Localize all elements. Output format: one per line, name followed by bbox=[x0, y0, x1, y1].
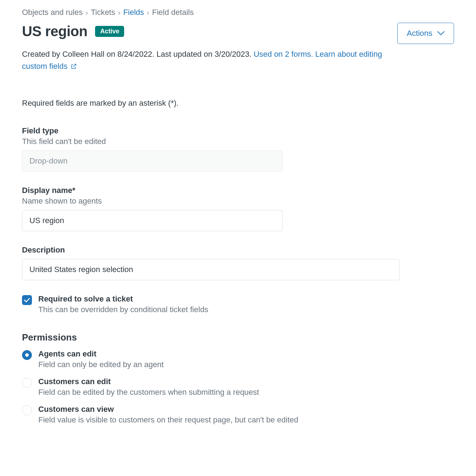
meta-created: Created by Colleen Hall on 8/24/2022. La… bbox=[22, 50, 254, 59]
permission-radio-customers-view[interactable] bbox=[22, 405, 32, 415]
chevron-right-icon: › bbox=[118, 9, 121, 17]
external-link-icon bbox=[71, 61, 77, 73]
permission-option-agents: Agents can edit Field can only be edited… bbox=[22, 349, 454, 369]
description-group: Description bbox=[22, 245, 454, 280]
field-type-group: Field type This field can't be edited Dr… bbox=[22, 126, 454, 172]
required-help: This can be overridden by conditional ti… bbox=[38, 305, 208, 314]
page-title: US region bbox=[22, 23, 87, 39]
display-name-input[interactable] bbox=[22, 210, 283, 231]
display-name-group: Display name* Name shown to agents bbox=[22, 186, 454, 231]
field-type-label: Field type bbox=[22, 126, 454, 135]
permission-option-customers-view: Customers can view Field value is visibl… bbox=[22, 405, 454, 425]
breadcrumb-item-active[interactable]: Fields bbox=[123, 8, 144, 17]
display-name-label: Display name* bbox=[22, 186, 454, 195]
actions-label: Actions bbox=[407, 29, 432, 38]
permission-option-customers-edit: Customers can edit Field can be edited b… bbox=[22, 377, 454, 397]
used-on-forms-link[interactable]: Used on 2 forms. bbox=[254, 50, 313, 59]
required-checkbox-row: Required to solve a ticket This can be o… bbox=[22, 294, 454, 314]
required-checkbox[interactable] bbox=[22, 295, 32, 305]
actions-button[interactable]: Actions bbox=[397, 23, 454, 44]
field-type-help: This field can't be edited bbox=[22, 137, 454, 146]
meta-text: Created by Colleen Hall on 8/24/2022. La… bbox=[22, 48, 398, 73]
description-input[interactable] bbox=[22, 259, 400, 280]
permission-label: Customers can edit bbox=[38, 377, 259, 386]
page-header: US region Active Actions bbox=[22, 23, 454, 44]
breadcrumb: Objects and rules › Tickets › Fields › F… bbox=[22, 8, 454, 17]
permission-radio-customers-edit[interactable] bbox=[22, 378, 32, 388]
permission-help: Field can only be edited by an agent bbox=[38, 360, 164, 369]
breadcrumb-item: Field details bbox=[152, 8, 194, 17]
permissions-title: Permissions bbox=[22, 332, 454, 343]
chevron-down-icon bbox=[437, 31, 444, 35]
breadcrumb-item[interactable]: Tickets bbox=[91, 8, 115, 17]
permission-label: Customers can view bbox=[38, 405, 298, 414]
breadcrumb-item[interactable]: Objects and rules bbox=[22, 8, 83, 17]
display-name-help: Name shown to agents bbox=[22, 197, 454, 206]
description-label: Description bbox=[22, 245, 454, 255]
permission-radio-agents[interactable] bbox=[22, 350, 32, 360]
required-label: Required to solve a ticket bbox=[38, 294, 208, 304]
status-badge: Active bbox=[95, 26, 124, 37]
permission-help: Field can be edited by the customers whe… bbox=[38, 388, 259, 397]
field-type-input: Drop-down bbox=[22, 150, 283, 172]
chevron-right-icon: › bbox=[85, 9, 88, 17]
required-note: Required fields are marked by an asteris… bbox=[22, 99, 454, 108]
permission-label: Agents can edit bbox=[38, 349, 164, 359]
chevron-right-icon: › bbox=[147, 9, 149, 17]
permission-help: Field value is visible to customers on t… bbox=[38, 415, 298, 425]
